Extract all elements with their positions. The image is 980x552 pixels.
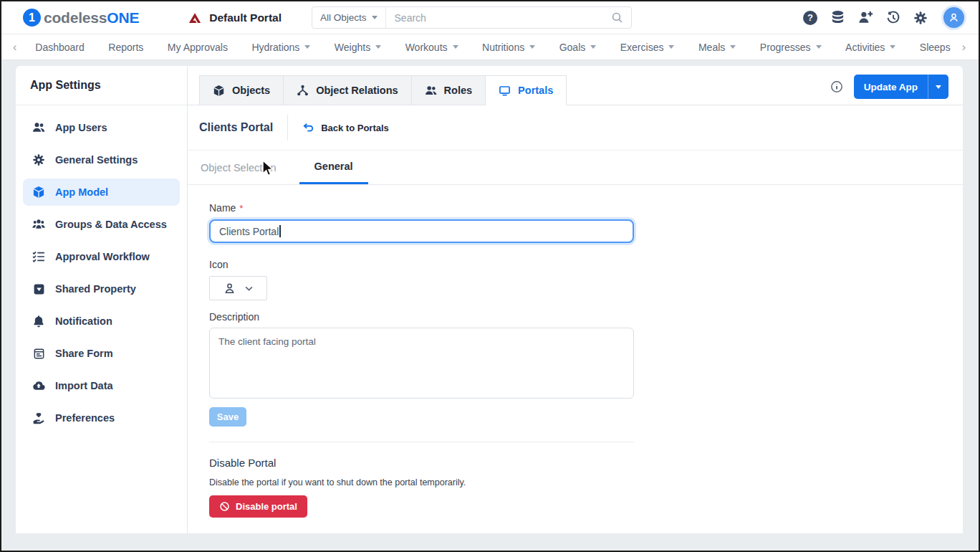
subtab-object-selection[interactable]: Object Selection (199, 151, 278, 184)
nav-item-progresses[interactable]: Progresses (760, 42, 822, 53)
update-app-label: Update App (854, 82, 928, 92)
chevron-down-icon (375, 45, 381, 52)
cube-icon (213, 85, 225, 97)
portal-name-value: Clients Portal (219, 226, 279, 237)
nav-item-label: Hydrations (251, 42, 299, 53)
cloud-upload-icon (32, 379, 45, 392)
sidebar-item-label: Preferences (55, 412, 115, 424)
nav-item-label: Sleeps (920, 42, 951, 53)
sidebar-item-label: Approval Workflow (55, 251, 150, 262)
add-user-icon[interactable] (858, 10, 873, 25)
sidebar-item-groups-data-access[interactable]: Groups & Data Access (23, 211, 180, 238)
tab-roles[interactable]: Roles (412, 75, 486, 105)
portal-title: Clients Portal (199, 121, 273, 134)
portal-icon-dropdown[interactable] (209, 276, 267, 300)
chevron-down-icon (453, 45, 458, 52)
nav-scroll-left-icon[interactable]: ‹ (9, 42, 21, 53)
nav-item-hydrations[interactable]: Hydrations (251, 42, 310, 53)
default-portal-selector[interactable]: Default Portal (188, 11, 282, 25)
chevron-down-icon (372, 16, 378, 22)
database-icon[interactable] (830, 10, 845, 25)
nav-item-nutritions[interactable]: Nutritions (482, 42, 535, 53)
portal-description-textarea[interactable]: The client facing portal (209, 328, 634, 399)
group-icon (32, 218, 45, 231)
icon-field-label: Icon (209, 259, 634, 270)
tab-portals[interactable]: Portals (486, 75, 567, 105)
app-logo[interactable]: 1 codelessONE (23, 9, 139, 27)
disable-portal-button[interactable]: Disable portal (209, 495, 307, 518)
update-app-caret[interactable] (928, 82, 948, 92)
nav-item-dashboard[interactable]: Dashboard (35, 42, 85, 53)
sidebar-item-notification[interactable]: Notification (23, 308, 180, 335)
sidebar-item-general-settings[interactable]: General Settings (23, 146, 180, 173)
top-header: 1 codelessONE Default Portal All Objects… (1, 1, 979, 34)
nav-item-weights[interactable]: Weights (335, 42, 381, 53)
sidebar-item-app-users[interactable]: App Users (23, 114, 180, 141)
content-area: App Settings App Users General Settings … (1, 60, 979, 551)
disable-portal-text: Disable the portal if you want to shut d… (209, 477, 634, 487)
history-icon[interactable] (886, 11, 900, 25)
sidebar-item-preferences[interactable]: Preferences (23, 404, 180, 432)
portal-name-input[interactable]: Clients Portal (209, 219, 634, 243)
nav-item-exercises[interactable]: Exercises (620, 42, 675, 53)
sidebar-item-label: App Users (55, 122, 107, 133)
tab-label: Portals (518, 85, 553, 96)
sidebar-item-app-model[interactable]: App Model (23, 179, 180, 206)
tab-objects[interactable]: Objects (199, 75, 284, 105)
nav-item-sleeps[interactable]: Sleeps (920, 42, 951, 53)
disable-portal-title: Disable Portal (209, 457, 634, 469)
chevron-down-icon (590, 45, 596, 52)
back-to-portals-link[interactable]: Back to Portals (302, 122, 389, 134)
logo-text: codelessONE (44, 9, 139, 27)
nav-item-my-approvals[interactable]: My Approvals (168, 42, 228, 53)
general-form: Name * Clients Portal Icon Description T… (188, 185, 634, 518)
sidebar-item-import-data[interactable]: Import Data (23, 372, 180, 399)
update-app-button[interactable]: Update App (854, 75, 948, 99)
logo-one-icon: 1 (23, 9, 41, 27)
description-label-text: Description (209, 311, 259, 323)
shared-property-icon (32, 283, 45, 295)
search-filter-dropdown[interactable]: All Objects (312, 12, 385, 23)
person-icon (224, 282, 236, 295)
sidebar-item-label: Notification (55, 315, 112, 327)
user-avatar[interactable] (943, 7, 964, 28)
tab-label: Objects (232, 85, 270, 96)
tab-object-relations[interactable]: Object Relations (284, 75, 411, 105)
nav-item-goals[interactable]: Goals (559, 42, 597, 53)
hand-heart-icon (32, 411, 45, 424)
nav-scroll-right-icon[interactable]: › (958, 42, 970, 53)
tabbar-actions: Update App (830, 75, 948, 105)
nav-item-reports[interactable]: Reports (108, 42, 143, 53)
tab-label: Object Relations (316, 85, 398, 96)
sidebar-item-shared-property[interactable]: Shared Property (23, 275, 180, 303)
disable-portal-label: Disable portal (236, 501, 297, 512)
nav-item-label: Meals (698, 42, 725, 53)
portal-icon (499, 85, 511, 97)
search-icon[interactable] (603, 11, 631, 24)
subtab-general[interactable]: General (299, 151, 368, 184)
sidebar-item-approval-workflow[interactable]: Approval Workflow (23, 243, 180, 270)
nav-item-activities[interactable]: Activities (845, 42, 895, 53)
app-model-panel: Objects Object Relations Roles Portals (188, 66, 963, 533)
save-button[interactable]: Save (209, 407, 246, 427)
chevron-down-icon (936, 85, 941, 92)
sidebar-item-share-form[interactable]: Share Form (23, 340, 180, 367)
chevron-down-icon (816, 45, 822, 52)
name-label-text: Name (209, 202, 236, 214)
nav-item-workouts[interactable]: Workouts (405, 42, 458, 53)
vertical-divider (287, 115, 288, 141)
nav-item-label: Workouts (405, 42, 448, 53)
header-icon-group: ? (803, 7, 964, 28)
return-arrow-icon (302, 122, 314, 134)
name-field-label: Name * (209, 202, 634, 214)
nav-item-meals[interactable]: Meals (698, 42, 736, 53)
form-icon (32, 348, 45, 360)
global-search-bar: All Objects (312, 6, 632, 29)
sidebar-list: App Users General Settings App Model Gro… (16, 105, 187, 445)
text-caret (279, 225, 281, 237)
portal-header-row: Clients Portal Back to Portals (188, 105, 963, 151)
gear-icon[interactable] (913, 11, 928, 25)
info-icon[interactable] (830, 80, 843, 93)
help-icon[interactable]: ? (803, 11, 817, 25)
search-input[interactable] (386, 12, 603, 24)
